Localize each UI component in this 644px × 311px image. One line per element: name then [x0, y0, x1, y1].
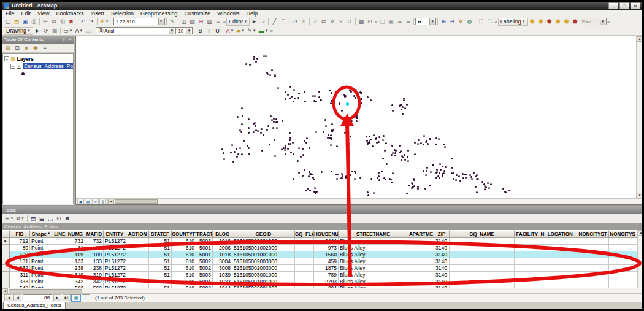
column-header-action[interactable]: ACTION: [126, 230, 149, 238]
table-options-button[interactable]: ⊞▼: [4, 215, 15, 223]
menu-help[interactable]: Help: [247, 10, 258, 17]
table-row[interactable]: 232Point238238PL512720516105002300851610…: [2, 265, 642, 272]
table-row[interactable]: 108Point109109PL512720516105001101851610…: [2, 251, 642, 258]
paste-button[interactable]: ⎗: [58, 18, 67, 26]
underline-button[interactable]: U: [213, 27, 221, 35]
scroll-thumb[interactable]: [9, 289, 82, 293]
chevron-down-icon[interactable]: ▼: [186, 28, 191, 34]
add-data-button[interactable]: ✚▼: [99, 18, 110, 26]
menu-view[interactable]: View: [37, 10, 49, 17]
zoom-to-selected-button[interactable]: ⊡: [55, 215, 63, 223]
python-window-button[interactable]: ≣: [214, 18, 223, 26]
show-selected-records-button[interactable]: ▫: [82, 294, 90, 301]
refresh-view-button[interactable]: ↻: [92, 199, 99, 204]
labeling-menu-button[interactable]: Labeling▼: [498, 18, 528, 26]
toolbar-overflow-icon[interactable]: »: [223, 19, 226, 25]
editor-pencil-button[interactable]: ✎: [168, 18, 177, 26]
column-header-location-[interactable]: LOCATION_: [546, 230, 577, 238]
first-record-button[interactable]: |◀: [4, 294, 12, 301]
menu-windows[interactable]: Windows: [217, 10, 240, 17]
edit-tool-button[interactable]: ►: [250, 18, 258, 26]
delete-selected-button[interactable]: ✖: [63, 215, 72, 223]
toolbar-overflow-icon[interactable]: »: [375, 19, 377, 25]
scroll-up-icon[interactable]: ▲: [637, 36, 642, 42]
related-tables-button[interactable]: ⧉▼: [15, 215, 26, 223]
shape-tool-button[interactable]: ▭▼: [62, 27, 74, 35]
edit-annotation-tool-button[interactable]: ▻: [258, 18, 267, 26]
column-header-gq-fla[interactable]: GQ_FLA: [295, 230, 314, 238]
scroll-down-icon[interactable]: ▼: [637, 193, 642, 198]
snapping-combo[interactable]: ▪▪▼: [415, 18, 436, 25]
toolbar-overflow-icon[interactable]: »: [270, 28, 273, 34]
discard-edits-button[interactable]: ▣: [386, 18, 395, 26]
collapse-icon[interactable]: −: [10, 64, 15, 69]
data-view-button[interactable]: ▣: [77, 199, 84, 204]
toolbar-overflow-icon[interactable]: »: [607, 19, 610, 25]
scroll-up-icon[interactable]: ▲: [638, 230, 642, 236]
column-header-countyf[interactable]: COUNTYF: [172, 230, 196, 238]
text-tool-button[interactable]: A▼: [74, 27, 84, 35]
layer-name[interactable]: Census_Address_Points: [23, 63, 74, 69]
snap-point-button[interactable]: ✳: [299, 18, 308, 26]
toc-options-button[interactable]: ≡: [40, 44, 49, 52]
map-canvas[interactable]: [76, 36, 642, 198]
column-header-bloc[interactable]: BLOC: [213, 230, 232, 238]
create-line-button[interactable]: ╱: [270, 18, 278, 26]
redo-button[interactable]: ↷: [87, 18, 96, 26]
column-header-streetname[interactable]: STREETNAME: [339, 230, 408, 238]
line-color-button[interactable]: ▬▼: [258, 27, 270, 35]
drawing-menu-button[interactable]: Drawing▼: [4, 27, 33, 35]
column-header-gq-name[interactable]: GQ_NAME: [450, 230, 515, 238]
scroll-left-icon[interactable]: ◀: [108, 199, 114, 204]
chevron-down-icon[interactable]: ▼: [169, 28, 174, 34]
row-selector[interactable]: [2, 251, 10, 258]
menu-edit[interactable]: Edit: [21, 10, 31, 17]
save-document-button[interactable]: ▣: [21, 18, 29, 26]
row-selector[interactable]: [2, 278, 10, 285]
column-header-geoid[interactable]: GEOID: [232, 230, 295, 238]
row-selector[interactable]: [2, 265, 10, 272]
label-manager-button[interactable]: ⬟: [528, 18, 537, 26]
menu-file[interactable]: File: [6, 10, 15, 17]
toolbar-overflow-icon[interactable]: »: [494, 19, 497, 25]
callout-tool-button[interactable]: ⌓: [84, 27, 93, 35]
font-color-button[interactable]: A▼: [224, 27, 235, 35]
minimize-button[interactable]: ─: [608, 2, 618, 9]
list-by-visibility-button[interactable]: ◈: [22, 44, 31, 52]
table-horizontal-scrollbar[interactable]: ◀: [2, 288, 642, 293]
row-selector[interactable]: [2, 245, 10, 251]
row-selector[interactable]: [2, 272, 10, 278]
column-header-fid[interactable]: FID: [10, 230, 30, 238]
menu-selection[interactable]: Selection: [111, 10, 134, 17]
save-edits-button[interactable]: ▢: [378, 18, 386, 26]
column-header-entity[interactable]: ENTITY: [104, 230, 126, 238]
trim-tool-button[interactable]: ⨯: [337, 18, 345, 26]
copy-button[interactable]: ⧉: [50, 18, 58, 26]
list-by-selection-button[interactable]: ◉: [31, 44, 40, 52]
table-tab[interactable]: Census_Address_Points: [3, 302, 66, 309]
marker-pen-button[interactable]: ✎▼: [246, 27, 258, 35]
table-of-contents-window-button[interactable]: ◫: [180, 18, 188, 26]
construction-shape-button[interactable]: ▭▼: [287, 18, 299, 26]
catalog-window-button[interactable]: ▤: [188, 18, 197, 26]
row-selector[interactable]: [2, 285, 10, 288]
font-combo[interactable]: ⓐ Arial▼: [96, 27, 175, 34]
sketch-properties-button[interactable]: ⊡: [366, 18, 374, 26]
upload-edits-button[interactable]: ☁: [404, 18, 412, 26]
map-scale-combo[interactable]: 1:22,916▼: [113, 18, 165, 25]
italic-button[interactable]: I: [204, 27, 213, 35]
search-window-button[interactable]: ▥: [205, 18, 214, 26]
toolbox-window-button[interactable]: ⊞: [197, 18, 205, 26]
column-header-noncitys-[interactable]: NONCITYS_: [609, 230, 640, 238]
column-header-line-numb[interactable]: LINE_NUMB: [52, 230, 85, 238]
move-tool-button[interactable]: ✥: [328, 18, 337, 26]
row-selector[interactable]: [2, 258, 10, 265]
rotate-tool-button[interactable]: ↺: [345, 18, 354, 26]
create-arc-button[interactable]: ⌒: [278, 18, 287, 26]
table-vertical-scrollbar[interactable]: ▲: [637, 230, 642, 288]
delete-button[interactable]: ✖: [67, 18, 75, 26]
pause-drawing-button[interactable]: ∥: [99, 199, 106, 204]
fixed-zoom-in-button[interactable]: ⛶: [477, 18, 485, 26]
editor-menu-button[interactable]: Editor▼: [226, 18, 250, 26]
chevron-down-icon[interactable]: ▼: [158, 18, 164, 25]
